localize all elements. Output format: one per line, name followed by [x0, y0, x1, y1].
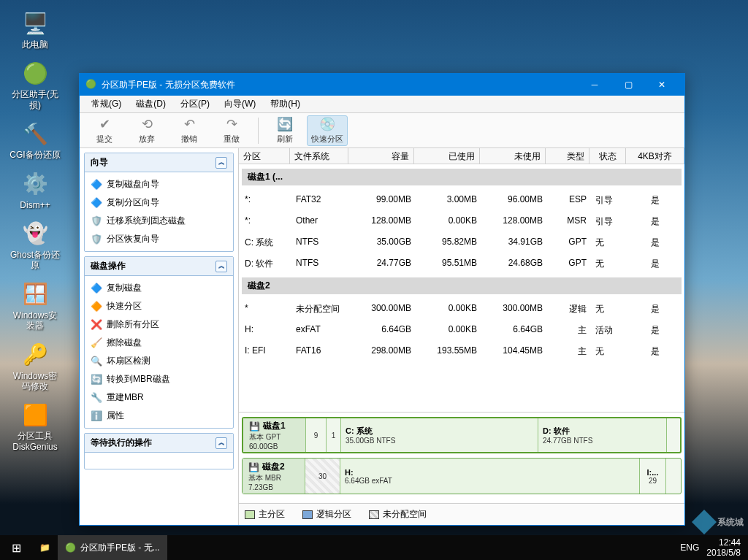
col-partition[interactable]: 分区 — [239, 148, 290, 164]
lang-indicator[interactable]: ENG — [680, 542, 699, 553]
col-used[interactable]: 已使用 — [414, 148, 480, 164]
panel-item-icon: ❌ — [91, 319, 102, 331]
wininst-icon: 🪟 — [20, 280, 50, 309]
collapse-icon[interactable]: ︽ — [215, 261, 227, 272]
menu-wizard[interactable]: 向导(W) — [217, 96, 263, 112]
panel-item[interactable]: 🔄转换到MBR磁盘 — [86, 370, 232, 388]
panel-item-icon: 🔧 — [91, 392, 102, 404]
menu-bar: 常规(G) 磁盘(D) 分区(P) 向导(W) 帮助(H) — [80, 96, 684, 113]
table-row[interactable]: H:exFAT6.64GB0.00KB6.64GB主活动是 — [240, 320, 683, 341]
desktop-icon-label: Ghost备份还原 — [9, 250, 61, 271]
titlebar[interactable]: 🟢 分区助手PE版 - 无损分区免费软件 ─ ▢ ✕ — [80, 74, 684, 96]
col-filesystem[interactable]: 文件系统 — [290, 148, 348, 164]
panel-item-label: 分区恢复向导 — [107, 233, 159, 245]
panel-item[interactable]: 🔍坏扇区检测 — [86, 352, 232, 370]
active-app-task[interactable]: 🟢分区助手PE版 - 无... — [58, 535, 167, 560]
col-type[interactable]: 类型 — [546, 148, 589, 164]
desktop-icon-wininst[interactable]: 🪟Windows安装器 — [7, 278, 63, 333]
panel-item[interactable]: 🔶快速分区 — [86, 297, 232, 315]
undo-button[interactable]: ↶撤销 — [169, 115, 210, 146]
discard-button[interactable]: ⟲放弃 — [126, 115, 167, 146]
disk-map[interactable]: 💾磁盘2基本 MBR7.23GB30H:6.64GB exFATI:...29 — [242, 458, 682, 494]
panel-item-label: 坏扇区检测 — [107, 355, 150, 367]
panel-item-icon: 🛡️ — [91, 234, 102, 245]
file-explorer-task[interactable]: 📁 — [32, 535, 58, 560]
partition-block[interactable]: H:6.64GB exFAT — [340, 459, 640, 494]
table-row[interactable]: *:FAT3299.00MB3.00MB96.00MBESP引导是 — [240, 190, 683, 211]
minimize-button[interactable]: ─ — [578, 74, 611, 96]
table-row[interactable]: C: 系统NTFS35.00GB95.82MB34.91GBGPT无是 — [240, 232, 683, 253]
desktop-icon-dism[interactable]: ⚙️Dism++ — [7, 168, 63, 212]
col-status[interactable]: 状态 — [589, 148, 626, 164]
panel-item-icon: 🔷 — [91, 197, 102, 209]
desktop-icon-pa[interactable]: 🟢分区助手(无损) — [7, 57, 63, 112]
taskbar: ⊞ 📁 🟢分区助手PE版 - 无... ENG 12:44 2018/5/8 — [0, 535, 748, 560]
menu-partition[interactable]: 分区(P) — [173, 96, 217, 112]
panel-item[interactable]: ℹ️属性 — [86, 407, 232, 425]
disk-map[interactable]: 💾磁盘1基本 GPT60.00GB91C: 系统35.00GB NTFSD: 软… — [242, 417, 682, 453]
panel-item[interactable]: 🔧重建MBR — [86, 388, 232, 407]
collapse-icon[interactable]: ︽ — [215, 157, 227, 169]
col-free[interactable]: 未使用 — [480, 148, 546, 164]
clock[interactable]: 12:44 2018/5/8 — [706, 537, 741, 559]
panel-item-label: 擦除磁盘 — [107, 337, 142, 349]
panel-item-icon: 🧹 — [91, 337, 102, 349]
desktop-icon-pc[interactable]: 🖥️此电脑 — [7, 7, 63, 51]
panel-item[interactable]: 🔷复制分区向导 — [86, 193, 232, 212]
quick-partition-button[interactable]: 💿快速分区 — [307, 115, 348, 146]
disk-ops-panel-header[interactable]: 磁盘操作︽ — [85, 257, 233, 276]
table-row[interactable]: *未分配空间300.00MB0.00KB300.00MB逻辑无是 — [240, 299, 683, 320]
window-title: 分区助手PE版 - 无损分区免费软件 — [102, 79, 578, 91]
undo-icon: ↶ — [184, 116, 195, 132]
desktop-icon-cgi[interactable]: 🔨CGI备份还原 — [7, 118, 63, 161]
panel-item-label: 重建MBR — [107, 391, 144, 404]
desktop-icon-label: Windows安装器 — [9, 310, 61, 331]
table-row[interactable]: D: 软件NTFS24.77GB95.51MB24.68GBGPT无是 — [240, 253, 683, 275]
menu-general[interactable]: 常规(G) — [84, 96, 129, 112]
panel-item[interactable]: 🔷复制磁盘向导 — [86, 175, 232, 193]
partition-block[interactable]: 30 — [305, 459, 340, 494]
panel-item[interactable]: 🛡️分区恢复向导 — [86, 230, 232, 248]
desktop-icon-diskgenius[interactable]: 🟧分区工具 DiskGenius — [7, 399, 63, 453]
partition-block[interactable]: C: 系统35.00GB NTFS — [341, 418, 538, 452]
panel-item[interactable]: 🛡️迁移系统到固态磁盘 — [86, 212, 232, 230]
maximize-button[interactable]: ▢ — [611, 74, 645, 96]
col-4k[interactable]: 4KB对齐 — [626, 148, 684, 164]
menu-disk[interactable]: 磁盘(D) — [129, 96, 173, 112]
disk-info: 💾磁盘1基本 GPT60.00GB — [243, 418, 306, 452]
partition-block[interactable]: D: 软件24.77GB NTFS — [538, 418, 667, 452]
workspace: 向导︽ 🔷复制磁盘向导🔷复制分区向导🛡️迁移系统到固态磁盘🛡️分区恢复向导 磁盘… — [80, 148, 684, 525]
commit-button[interactable]: ✔提交 — [84, 115, 125, 146]
wizard-panel-header[interactable]: 向导︽ — [85, 153, 233, 172]
pending-panel-header[interactable]: 等待执行的操作︽ — [85, 434, 233, 453]
collapse-icon[interactable]: ︽ — [215, 437, 227, 449]
panel-item[interactable]: 🧹擦除磁盘 — [86, 334, 232, 352]
panel-item-label: 属性 — [107, 410, 124, 422]
start-button[interactable]: ⊞ — [0, 535, 32, 560]
panel-item-icon: 🔍 — [91, 356, 102, 367]
table-row[interactable]: *:Other128.00MB0.00KB128.00MBMSR引导是 — [240, 211, 683, 232]
disk-group-label[interactable]: 磁盘1 (... — [242, 169, 682, 185]
partition-block[interactable]: 1 — [327, 418, 341, 452]
desktop-icon-winpwd[interactable]: 🔑Windows密码修改 — [7, 339, 63, 394]
close-button[interactable]: ✕ — [645, 74, 679, 96]
disk-icon: 💾 — [248, 462, 259, 472]
redo-button[interactable]: ↷重做 — [211, 115, 252, 146]
panel-item-label: 复制磁盘 — [107, 282, 142, 294]
redo-icon: ↷ — [226, 116, 237, 132]
grid-body[interactable]: 磁盘1 (... *:FAT3299.00MB3.00MB96.00MBESP引… — [239, 164, 684, 412]
disk-group-label[interactable]: 磁盘2 — [242, 277, 682, 294]
panel-item[interactable]: 🔷复制磁盘 — [86, 279, 232, 297]
panel-item-label: 删除所有分区 — [107, 318, 159, 331]
col-capacity[interactable]: 容量 — [348, 148, 414, 164]
refresh-button[interactable]: 🔄刷新 — [264, 115, 305, 146]
desktop-icon-label: Windows密码修改 — [9, 371, 61, 392]
partition-block[interactable]: 9 — [306, 418, 327, 452]
partition-block[interactable]: I:...29 — [640, 459, 666, 494]
pa-icon: 🟢 — [20, 58, 50, 88]
menu-help[interactable]: 帮助(H) — [263, 96, 308, 112]
desktop-icon-ghost[interactable]: 👻Ghost备份还原 — [7, 218, 63, 272]
table-row[interactable]: I: EFIFAT16298.00MB193.55MB104.45MB主无是 — [240, 341, 683, 362]
panel-item[interactable]: ❌删除所有分区 — [86, 315, 232, 334]
app-icon: 🟢 — [85, 79, 97, 91]
